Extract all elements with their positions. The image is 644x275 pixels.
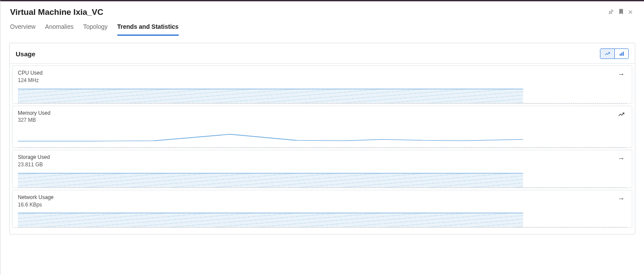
metric-label: CPU Used bbox=[18, 69, 43, 77]
tab-topology[interactable]: Topology bbox=[83, 23, 108, 36]
metric-storage: Storage Used 23.811 GB → bbox=[12, 150, 632, 188]
tab-anomalies[interactable]: Anomalies bbox=[45, 23, 73, 36]
view-bar-button[interactable] bbox=[614, 49, 628, 58]
metric-value: 124 MHz bbox=[18, 77, 43, 84]
panel-title: Usage bbox=[16, 50, 35, 58]
svg-rect-3 bbox=[621, 53, 622, 56]
svg-rect-7 bbox=[18, 173, 523, 187]
usage-panel: Usage CPU Used 124 MHz → bbox=[9, 43, 635, 234]
cpu-sparkline bbox=[18, 87, 523, 103]
metric-label: Memory Used bbox=[18, 110, 51, 117]
metric-label: Storage Used bbox=[18, 154, 50, 161]
metric-cpu: CPU Used 124 MHz → bbox=[12, 65, 632, 104]
metric-value: 23.811 GB bbox=[18, 161, 50, 168]
metric-label: Network Usage bbox=[18, 194, 54, 201]
metric-value: 16.6 KBps bbox=[18, 201, 54, 209]
tabs-bar: Overview Anomalies Topology Trends and S… bbox=[0, 20, 644, 36]
metric-memory: Memory Used 327 MB bbox=[12, 106, 632, 148]
trend-flat-icon: → bbox=[618, 194, 627, 203]
page-title: Virtual Machine Ixia_VC bbox=[10, 7, 103, 17]
svg-rect-4 bbox=[623, 52, 624, 55]
view-line-button[interactable] bbox=[600, 49, 614, 58]
svg-rect-5 bbox=[18, 89, 523, 103]
view-toggle bbox=[600, 48, 629, 59]
bookmark-icon[interactable] bbox=[618, 8, 624, 16]
trend-flat-icon: → bbox=[618, 69, 627, 78]
metric-value: 327 MB bbox=[18, 117, 51, 124]
svg-rect-9 bbox=[18, 213, 523, 227]
svg-rect-2 bbox=[620, 54, 620, 56]
bar-chart-icon bbox=[619, 51, 625, 57]
tab-trends-stats[interactable]: Trends and Statistics bbox=[117, 23, 179, 36]
line-chart-icon bbox=[604, 51, 610, 57]
memory-sparkline bbox=[18, 127, 523, 147]
tab-overview[interactable]: Overview bbox=[10, 23, 35, 36]
trend-up-icon bbox=[618, 110, 627, 118]
pin-icon[interactable] bbox=[608, 8, 614, 16]
metric-network: Network Usage 16.6 KBps → bbox=[12, 190, 632, 228]
storage-sparkline bbox=[18, 171, 523, 187]
network-sparkline bbox=[18, 211, 523, 227]
trend-flat-icon: → bbox=[618, 154, 627, 162]
close-icon[interactable]: ✕ bbox=[628, 9, 634, 16]
